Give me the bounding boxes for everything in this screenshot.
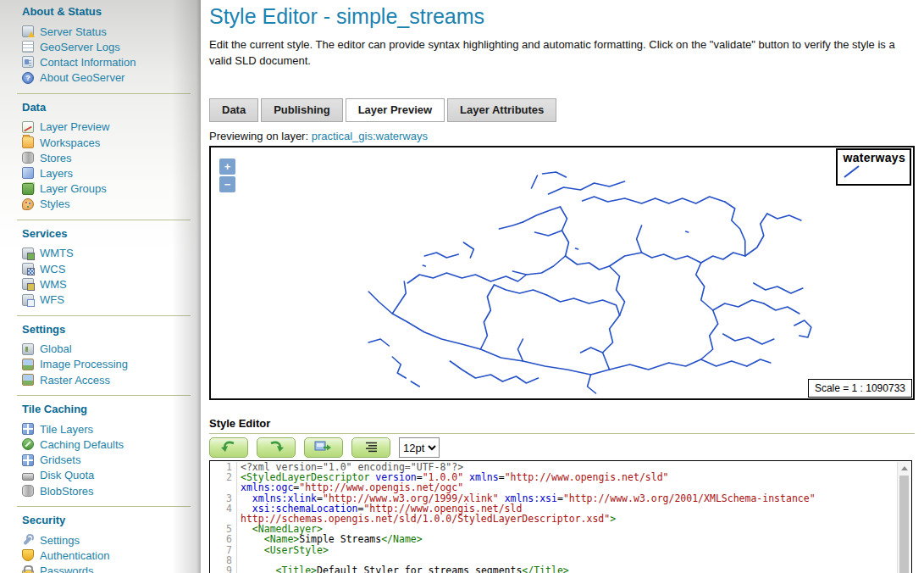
sidebar-item-label: Authentication: [40, 549, 109, 562]
editor-scrollbar[interactable]: [897, 462, 910, 573]
section-heading-about-status: About & Status: [22, 5, 201, 18]
code-line: 9 <Title>Default Styler for streams segm…: [210, 565, 898, 573]
waterways-map-image: [211, 147, 913, 398]
sidebar-item-label: Layer Groups: [40, 182, 107, 195]
layer-preview-map[interactable]: + − waterways Scale = 1 : 1090733: [209, 146, 915, 400]
toolbar-buttons: [209, 437, 390, 458]
server-status-icon: [22, 25, 34, 37]
main-content: Style Editor - simple_streams Edit the c…: [209, 0, 915, 573]
reformat-button[interactable]: [351, 437, 390, 458]
line-number: 7: [210, 545, 237, 555]
sidebar-item-geoserver-logs[interactable]: GeoServer Logs: [22, 39, 201, 54]
sidebar-separator: [17, 220, 191, 220]
sidebar-item-label: Layer Preview: [40, 120, 109, 133]
sidebar-item-stores[interactable]: Stores: [22, 150, 201, 165]
sidebar-item-contact-information[interactable]: Contact Information: [22, 54, 201, 70]
geoserver-page: About & StatusServer StatusGeoServer Log…: [0, 0, 924, 573]
font-size-select[interactable]: 12pt: [399, 437, 440, 458]
sidebar-item-label: WMS: [40, 278, 67, 291]
sidebar-item-styles[interactable]: Styles: [22, 197, 201, 212]
sidebar-item-blobstores[interactable]: BlobStores: [22, 483, 201, 498]
sidebar: About & StatusServer StatusGeoServer Log…: [0, 0, 201, 573]
page-description: Edit the current style. The editor can p…: [209, 36, 915, 69]
previewing-line: Previewing on layer: practical_gis:water…: [209, 130, 915, 142]
wms-icon: [22, 278, 34, 290]
sidebar-item-label: Server Status: [40, 25, 107, 38]
scroll-up-arrow-icon[interactable]: [898, 462, 910, 474]
preview-layer-link[interactable]: practical_gis:waterways: [312, 130, 428, 142]
sidebar-item-workspaces[interactable]: Workspaces: [22, 135, 201, 150]
map-legend: waterways: [836, 148, 911, 186]
sidebar-separator: [17, 93, 191, 94]
sidebar-item-passwords[interactable]: Passwords: [22, 564, 201, 573]
line-number: 2: [210, 472, 237, 482]
undo-button[interactable]: [209, 437, 248, 458]
tab-publishing[interactable]: Publishing: [261, 98, 342, 122]
sidebar-separator: [17, 315, 191, 316]
sidebar-item-disk-quota[interactable]: Disk Quota: [22, 468, 201, 483]
blobstores-icon: [22, 485, 34, 497]
raster-access-icon: [22, 374, 34, 386]
image-processing-icon: [22, 359, 34, 370]
sidebar-item-image-processing[interactable]: Image Processing: [22, 357, 201, 372]
sidebar-item-layers[interactable]: Layers: [22, 165, 201, 181]
insert-image-button[interactable]: [304, 437, 343, 458]
sidebar-item-about-geoserver[interactable]: About GeoServer: [22, 70, 201, 86]
page-title: Style Editor - simple_streams: [209, 3, 915, 29]
sidebar-sections: About & StatusServer StatusGeoServer Log…: [0, 0, 201, 573]
sidebar-item-label: Caching Defaults: [40, 438, 124, 451]
about-icon: [22, 72, 34, 84]
code-text: <Title>Default Styler for streams segmen…: [237, 565, 569, 573]
line-number: 5: [210, 524, 237, 534]
wmts-icon: [22, 248, 34, 259]
sidebar-item-raster-access[interactable]: Raster Access: [22, 372, 201, 387]
sidebar-item-server-status[interactable]: Server Status: [22, 24, 201, 39]
sidebar-item-label: Gridsets: [40, 453, 80, 466]
sidebar-item-label: Image Processing: [40, 358, 128, 370]
code-text: <UserStyle>: [237, 545, 329, 555]
previewing-label: Previewing on layer:: [209, 130, 308, 142]
sidebar-item-settings[interactable]: Settings: [22, 532, 201, 548]
sidebar-item-wfs[interactable]: WFS: [22, 292, 201, 307]
sidebar-item-global[interactable]: Global: [22, 342, 201, 357]
line-number: 3: [210, 493, 237, 503]
legend-layer-title: waterways: [843, 151, 905, 164]
sidebar-item-wcs[interactable]: WCS: [22, 261, 201, 276]
sidebar-item-label: WCS: [40, 263, 65, 275]
sidebar-item-layer-groups[interactable]: Layer Groups: [22, 181, 201, 197]
scrollbar-thumb[interactable]: [899, 476, 909, 573]
sidebar-item-wms[interactable]: WMS: [22, 276, 201, 292]
sidebar-item-label: BlobStores: [40, 485, 94, 498]
zoom-out-button[interactable]: −: [219, 176, 235, 192]
sidebar-item-label: Raster Access: [40, 374, 110, 387]
section-heading-data: Data: [22, 101, 201, 114]
layers-icon: [22, 167, 34, 179]
section-heading-settings: Settings: [22, 323, 201, 336]
legend-line-symbol: [843, 164, 861, 179]
tab-layer-preview[interactable]: Layer Preview: [346, 98, 445, 122]
sidebar-item-authentication[interactable]: Authentication: [22, 548, 201, 563]
tab-data[interactable]: Data: [209, 98, 258, 122]
sidebar-item-caching-defaults[interactable]: Caching Defaults: [22, 437, 201, 452]
sidebar-separator: [17, 506, 191, 507]
disk-quota-icon: [22, 473, 34, 481]
sld-code-editor[interactable]: 1<?xml version="1.0" encoding="UTF-8"?>2…: [209, 460, 912, 573]
sidebar-item-label: Contact Information: [40, 56, 136, 69]
line-number: [210, 482, 237, 492]
sidebar-item-tile-layers[interactable]: Tile Layers: [22, 421, 201, 437]
tab-layer-attributes[interactable]: Layer Attributes: [447, 98, 556, 122]
sidebar-item-label: Tile Layers: [40, 423, 93, 436]
contact-icon: [22, 56, 34, 68]
wfs-icon: [22, 294, 34, 306]
sidebar-item-label: Disk Quota: [40, 469, 94, 481]
sidebar-item-wmts[interactable]: WMTS: [22, 246, 201, 261]
sidebar-item-layer-preview[interactable]: Layer Preview: [22, 120, 201, 135]
line-number: 8: [210, 555, 237, 565]
global-icon: [22, 343, 34, 355]
zoom-in-button[interactable]: +: [219, 159, 235, 175]
section-heading-services: Services: [22, 227, 201, 240]
insert-image-icon: [314, 440, 333, 455]
layer-preview-icon: [22, 121, 34, 133]
sidebar-item-gridsets[interactable]: Gridsets: [22, 453, 201, 468]
redo-button[interactable]: [257, 437, 296, 458]
